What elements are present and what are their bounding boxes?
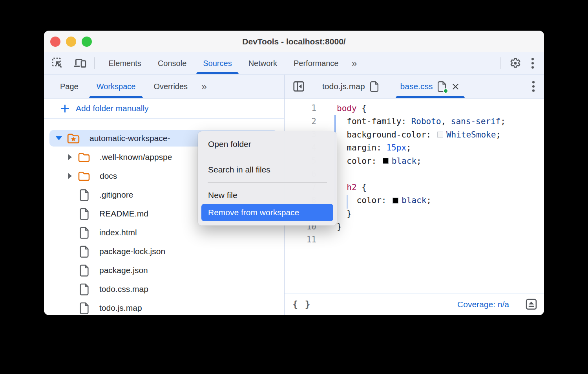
tab-sources[interactable]: Sources — [195, 52, 240, 74]
editor-tab-strip: todo.js.mapbase.css — [285, 75, 544, 98]
tab-performance[interactable]: Performance — [285, 52, 347, 74]
menu-item-open-folder[interactable]: Open folder — [201, 136, 333, 153]
plus-icon — [60, 103, 70, 114]
code-token: : — [401, 117, 411, 126]
code-token: { — [357, 183, 367, 192]
color-swatch[interactable] — [383, 158, 389, 164]
editor-tab-label: base.css — [400, 82, 433, 91]
code-token: Roboto — [411, 117, 441, 126]
code-token: h2 — [347, 183, 356, 192]
code-token — [337, 196, 357, 205]
code-token: sans-serif — [451, 117, 500, 126]
tree-item-label: docs — [100, 171, 117, 181]
caret-down-icon[interactable] — [56, 136, 62, 140]
tree-item-todo.css.map[interactable]: todo.css.map — [44, 280, 284, 299]
tree-item-label: todo.js.map — [99, 303, 142, 313]
inspect-icon[interactable] — [51, 57, 64, 70]
menu-item-new-file[interactable]: New file — [201, 187, 333, 204]
menu-item-search-in-all-files[interactable]: Search in all files — [201, 161, 333, 178]
caret-right-icon[interactable] — [68, 173, 72, 179]
code-token: color — [357, 196, 382, 205]
menu-separator — [208, 182, 327, 183]
editor-tab-label: todo.js.map — [322, 82, 365, 91]
menu-item-remove-from-workspace[interactable]: Remove from workspace — [201, 204, 333, 221]
folder-star-icon — [67, 133, 80, 144]
code-token — [337, 156, 347, 166]
eject-icon[interactable] — [525, 298, 538, 311]
code-token: ; — [500, 117, 506, 126]
folder-icon — [78, 152, 90, 163]
editor-tab-base.css[interactable]: base.css — [395, 75, 466, 98]
color-swatch[interactable] — [437, 132, 443, 138]
close-tab-icon[interactable] — [451, 82, 460, 91]
tree-item-todo.js.map[interactable]: todo.js.map — [44, 299, 284, 315]
code-token — [337, 143, 347, 152]
devtools-window: DevTools - localhost:8000/ ElementsConso… — [44, 31, 544, 315]
tree-item-label: todo.css.map — [99, 284, 148, 294]
tree-item-index.html[interactable]: index.html — [44, 223, 284, 242]
unsaved-changes-dot — [443, 88, 448, 94]
tab-overrides[interactable]: Overrides — [144, 75, 197, 98]
tab-page[interactable]: Page — [51, 75, 88, 98]
pretty-print-icon[interactable]: { } — [292, 299, 311, 310]
code-token: background-color — [347, 130, 426, 139]
add-folder-button[interactable]: Add folder manually — [44, 99, 284, 118]
code-token: } — [337, 209, 352, 218]
code-token — [337, 130, 347, 139]
code-token: : — [376, 143, 386, 152]
file-icon — [79, 208, 89, 220]
code-line[interactable] — [285, 233, 544, 247]
coverage-link[interactable]: Coverage: n/a — [457, 300, 509, 309]
tree-item-package.json[interactable]: package.json — [44, 261, 284, 280]
code-token: ; — [426, 196, 431, 205]
code-token: } — [337, 222, 342, 231]
tree-item-label: automatic-workspace- — [89, 134, 170, 143]
context-menu: Open folderSearch in all filesNew fileRe… — [198, 131, 337, 226]
color-swatch[interactable] — [393, 198, 398, 204]
code-token: : — [426, 130, 436, 139]
code-token — [337, 183, 347, 192]
tab-network[interactable]: Network — [240, 52, 285, 74]
tree-item-label: index.html — [99, 228, 137, 237]
file-icon — [79, 227, 89, 239]
code-token: color — [347, 156, 371, 166]
code-token: ; — [496, 130, 501, 139]
folder-icon — [78, 171, 90, 182]
code-token: : — [372, 156, 382, 166]
code-token: font-family — [347, 117, 401, 126]
tree-item-label: .well-known/appspe — [100, 152, 172, 162]
tree-item-label: .gitignore — [99, 190, 133, 200]
sidebar-tab-strip: PageWorkspaceOverrides» — [44, 75, 284, 98]
tree-item-label: package.json — [99, 266, 148, 275]
more-panels-button[interactable]: » — [197, 81, 211, 92]
file-icon — [79, 189, 89, 201]
code-line[interactable]: body { — [285, 102, 544, 115]
panel-tab-strips: PageWorkspaceOverrides» todo.js.mapbase.… — [44, 75, 544, 99]
tab-elements[interactable]: Elements — [100, 52, 150, 74]
tree-item-package-lock.json[interactable]: package-lock.json — [44, 242, 284, 261]
code-token: { — [357, 104, 367, 113]
more-tabs-button[interactable]: » — [347, 58, 361, 69]
editor-status-bar: { } Coverage: n/a — [285, 293, 544, 315]
code-token: ; — [406, 143, 411, 152]
tab-workspace[interactable]: Workspace — [88, 75, 145, 98]
code-token: body — [337, 104, 357, 113]
code-token: 15px — [386, 143, 406, 152]
file-icon — [79, 246, 89, 258]
window-title: DevTools - localhost:8000/ — [44, 31, 544, 52]
tree-item-label: README.md — [99, 209, 148, 218]
gear-icon[interactable] — [509, 57, 522, 70]
code-line[interactable]: font-family: Roboto, sans-serif; — [285, 115, 544, 128]
tab-console[interactable]: Console — [150, 52, 195, 74]
device-toolbar-icon[interactable] — [73, 57, 87, 70]
file-icon — [79, 264, 89, 277]
code-token: ; — [416, 156, 422, 166]
code-token: black — [392, 156, 416, 166]
kebab-menu-icon[interactable] — [530, 57, 535, 70]
toolbar-divider — [500, 57, 501, 69]
collapse-panel-icon[interactable] — [292, 80, 305, 93]
caret-right-icon[interactable] — [68, 154, 72, 160]
editor-tab-todo.js.map[interactable]: todo.js.map — [317, 75, 385, 98]
code-token: black — [402, 196, 426, 205]
code-token — [337, 117, 347, 126]
